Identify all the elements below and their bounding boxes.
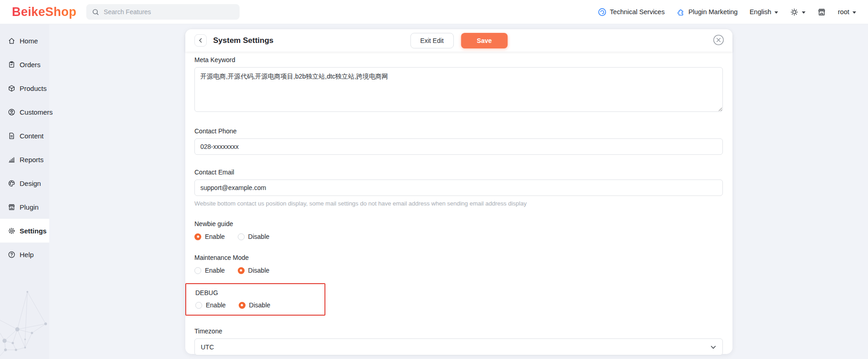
radio-icon: [238, 267, 245, 274]
radio-label: Enable: [205, 267, 225, 274]
chevron-down-caret: [774, 11, 778, 14]
radio-label: Disable: [248, 267, 270, 274]
exit-edit-button[interactable]: Exit Edit: [410, 33, 454, 48]
settings-form: Meta Keyword 开源电商,开源代码,开源电商项目,b2b独立站,dtc…: [185, 52, 732, 355]
chevron-down-icon: [710, 344, 716, 350]
sidebar-item-label: Products: [20, 84, 47, 92]
debug-enable-radio[interactable]: Enable: [195, 301, 226, 309]
plugin-icon: [8, 203, 16, 211]
sun-icon: [790, 8, 799, 16]
settings-icon: [8, 227, 16, 235]
debug-group-highlighted: DEBUG Enable Disable: [185, 283, 325, 316]
contact-email-group: Contact Email Website bottom contact us …: [194, 169, 723, 207]
top-header-bar: BeikeShop Technical Services Plugin Mark…: [0, 0, 868, 24]
sidebar-item-label: Reports: [20, 156, 44, 164]
header-actions: Exit Edit Save: [410, 33, 507, 48]
design-icon: [8, 180, 16, 187]
maintenance-mode-disable-radio[interactable]: Disable: [238, 267, 270, 274]
beikeshop-logo[interactable]: BeikeShop: [12, 5, 76, 19]
user-menu[interactable]: root: [838, 8, 856, 16]
search-input[interactable]: [104, 8, 234, 16]
meta-keyword-textarea[interactable]: 开源电商,开源代码,开源电商项目,b2b独立站,dtc独立站,跨境电商网: [194, 67, 723, 112]
technical-services-label: Technical Services: [610, 8, 664, 16]
sidebar-item-label: Home: [20, 37, 38, 45]
feature-search[interactable]: [86, 4, 240, 20]
sidebar-item-help[interactable]: Help: [0, 243, 49, 266]
sidebar-item-reports[interactable]: Reports: [0, 148, 49, 171]
theme-toggle[interactable]: [790, 8, 805, 16]
newbie-guide-radios: Enable Disable: [194, 233, 723, 240]
save-button[interactable]: Save: [461, 33, 507, 48]
reports-icon: [8, 156, 16, 164]
sidebar-item-home[interactable]: Home: [0, 29, 49, 53]
back-chevron-icon: [198, 38, 203, 43]
page-title: System Settings: [213, 36, 273, 45]
language-label: English: [749, 8, 771, 16]
sidebar-item-label: Orders: [20, 61, 41, 69]
contact-email-input[interactable]: [194, 180, 723, 196]
contact-phone-input[interactable]: [194, 138, 723, 155]
radio-label: Disable: [249, 301, 271, 309]
newbie-guide-enable-radio[interactable]: Enable: [194, 233, 225, 240]
sidebar-item-label: Plugin: [20, 203, 39, 211]
radio-label: Enable: [205, 233, 225, 240]
radio-icon: [194, 233, 201, 240]
close-button[interactable]: [713, 34, 724, 48]
top-nav: Technical Services Plugin Marketing Engl…: [598, 8, 856, 16]
sidebar-item-label: Design: [20, 180, 41, 187]
language-selector[interactable]: English: [749, 8, 778, 16]
storefront-link[interactable]: [817, 8, 826, 16]
home-icon: [8, 37, 16, 45]
sidebar-item-orders[interactable]: Orders: [0, 53, 49, 76]
sidebar: Home Orders Products Customers Content R…: [0, 24, 49, 359]
debug-disable-radio[interactable]: Disable: [239, 301, 271, 309]
timezone-selected-value: UTC: [201, 343, 710, 351]
user-label: root: [838, 8, 849, 16]
timezone-label: Timezone: [194, 327, 723, 335]
plugin-marketing-link[interactable]: Plugin Marketing: [676, 8, 737, 16]
sidebar-item-plugin[interactable]: Plugin: [0, 195, 49, 219]
chevron-down-caret: [852, 11, 856, 14]
decorative-network-graphic: [0, 279, 50, 359]
puzzle-icon: [676, 8, 685, 16]
meta-keyword-label: Meta Keyword: [194, 56, 723, 63]
newbie-guide-group: Newbie guide Enable Disable: [194, 220, 723, 240]
maintenance-mode-label: Maintenance Mode: [194, 254, 723, 261]
sidebar-item-label: Content: [20, 132, 44, 140]
radio-label: Disable: [248, 233, 270, 240]
close-circle-icon: [713, 34, 724, 46]
sidebar-item-settings[interactable]: Settings: [0, 219, 49, 243]
maintenance-mode-radios: Enable Disable: [194, 267, 723, 274]
sidebar-item-design[interactable]: Design: [0, 171, 49, 195]
sidebar-item-label: Help: [20, 251, 34, 259]
sidebar-item-content[interactable]: Content: [0, 124, 49, 148]
contact-email-label: Contact Email: [194, 169, 723, 176]
radio-icon: [195, 302, 202, 309]
system-settings-panel: System Settings Exit Edit Save Meta Keyw…: [185, 29, 732, 354]
debug-label: DEBUG: [195, 289, 324, 296]
meta-keyword-group: Meta Keyword 开源电商,开源代码,开源电商项目,b2b独立站,dtc…: [194, 56, 723, 114]
technical-services-link[interactable]: Technical Services: [598, 8, 664, 16]
newbie-guide-disable-radio[interactable]: Disable: [238, 233, 270, 240]
plugin-marketing-label: Plugin Marketing: [688, 8, 737, 16]
customers-icon: [8, 108, 16, 116]
debug-radios: Enable Disable: [195, 301, 324, 309]
maintenance-mode-enable-radio[interactable]: Enable: [194, 267, 225, 274]
maintenance-mode-group: Maintenance Mode Enable Disable: [194, 254, 723, 274]
radio-icon: [238, 233, 245, 240]
contact-phone-group: Contact Phone: [194, 127, 723, 155]
products-icon: [8, 84, 16, 92]
radio-icon: [194, 267, 201, 274]
search-icon: [92, 8, 99, 16]
sidebar-item-customers[interactable]: Customers: [0, 100, 49, 124]
help-icon: [8, 251, 16, 259]
sidebar-item-label: Customers: [20, 108, 53, 116]
timezone-select[interactable]: UTC: [194, 338, 723, 355]
sidebar-item-products[interactable]: Products: [0, 76, 49, 100]
radio-label: Enable: [206, 301, 226, 309]
timezone-group: Timezone UTC: [194, 327, 723, 355]
back-button[interactable]: [194, 34, 207, 47]
customer-service-icon: [598, 8, 607, 16]
radio-icon: [239, 302, 246, 309]
content-icon: [8, 132, 16, 140]
